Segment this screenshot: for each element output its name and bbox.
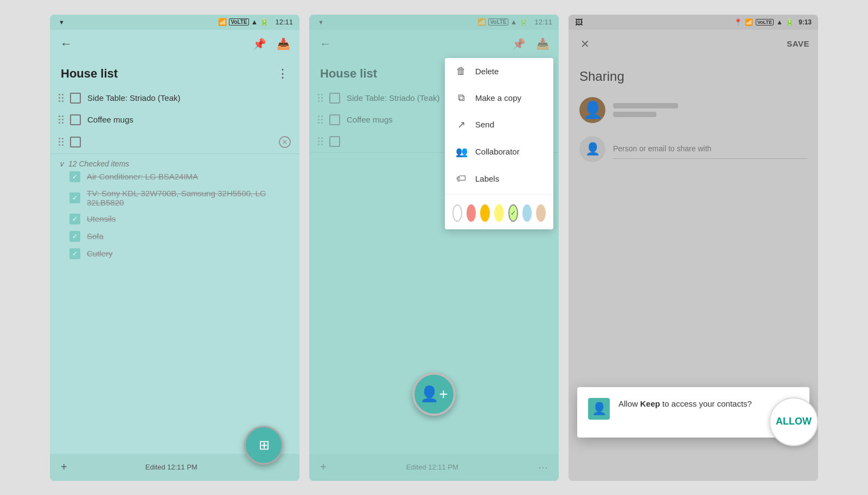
dialog-text: Allow Keep to access your contacts? <box>618 398 799 409</box>
phone-1: ▼ 📶 VoLTE ▲ 🔋 12:11 ← 📌 📥 House li <box>50 15 299 481</box>
add-item-button-1[interactable]: + <box>61 461 67 473</box>
lte-badge: VoLTE <box>229 18 248 25</box>
checked-section: ∨ 12 Checked items ✓ Air Conditioner: LG… <box>50 154 299 268</box>
checkbox-1[interactable] <box>70 93 81 104</box>
item-text-1: Side Table: Striado (Teak) <box>87 93 291 102</box>
checked-text-5: Cutlery <box>87 249 291 258</box>
color-blue[interactable] <box>522 204 532 222</box>
app-name: Keep <box>640 399 660 408</box>
menu-labels[interactable]: 🏷 Labels <box>445 165 553 192</box>
checked-checkbox-1[interactable]: ✓ <box>69 171 80 182</box>
checked-item-2: ✓ TV: Sony KDL-32W700B, Samsung 32H5500,… <box>59 185 291 210</box>
note-title-1: House list <box>61 67 118 81</box>
menu-collaborator-label: Collaborator <box>475 147 520 156</box>
name-placeholder <box>613 103 678 117</box>
menu-send-label: Send <box>475 120 494 129</box>
menu-color-divider <box>445 194 553 195</box>
remove-item-button-3[interactable]: ✕ <box>279 136 291 148</box>
add-person-row: 👤 <box>569 130 818 169</box>
signal-icon-3: ▲ <box>776 18 783 26</box>
drag-handle-3[interactable] <box>59 138 63 146</box>
send-icon: ↗ <box>456 119 467 131</box>
menu-delete[interactable]: 🗑 Delete <box>445 58 553 85</box>
toolbar-3: ✕ SAVE <box>569 30 818 58</box>
sharing-content: Sharing 👤 👤 👤 <box>569 58 818 481</box>
permission-dialog: 👤 Allow Keep to access your contacts? DE… <box>577 387 809 438</box>
battery-icon: 🔋 <box>260 18 269 26</box>
menu-overlay-2: 🗑 Delete ⧉ Make a copy ↗ Send 👥 Collabor… <box>309 15 559 481</box>
toolbar-left-1: ← <box>59 36 74 52</box>
toolbar-right-1: 📌 📥 <box>252 36 291 52</box>
person-add-icon: 👤 <box>585 142 600 156</box>
checked-text-4: Sofa <box>87 232 291 241</box>
location-icon-3: 📍 <box>734 18 742 26</box>
fab-container-1: ⊞ <box>244 426 283 465</box>
checked-item-5: ✓ Cutlery <box>59 245 291 262</box>
checked-count: 12 Checked items <box>68 159 129 168</box>
checked-item-3: ✓ Utensils <box>59 210 291 228</box>
checked-text-1: Air Conditioner: LG BSA24IMA <box>87 172 291 181</box>
checked-checkbox-2[interactable]: ✓ <box>69 192 80 203</box>
wifi-icon: 📶 <box>218 18 227 26</box>
item-text-2: Coffee mugs <box>87 115 291 124</box>
checked-header[interactable]: ∨ 12 Checked items <box>59 159 291 168</box>
image-icon-3: 🖼 <box>575 18 583 27</box>
archive-button-1[interactable]: 📥 <box>276 36 291 52</box>
drag-handle-1[interactable] <box>59 94 63 102</box>
checked-text-2: TV: Sony KDL-32W700B, Samsung 32H5500, L… <box>87 189 291 207</box>
pin-button-1[interactable]: 📌 <box>252 36 267 52</box>
fab-icon-1: ⊞ <box>259 438 269 453</box>
sharing-person-row: 👤 <box>569 91 818 130</box>
close-button-3[interactable]: ✕ <box>577 36 592 52</box>
wifi-icon-3: 📶 <box>745 18 753 26</box>
chevron-down-icon: ∨ <box>59 159 64 168</box>
more-button-1[interactable]: ⋮ <box>277 67 289 81</box>
list-item-1: Side Table: Striado (Teak) <box>50 87 299 109</box>
menu-delete-label: Delete <box>475 67 499 76</box>
color-green[interactable]: ✓ <box>508 204 518 222</box>
phone-3: 🖼 📍 📶 VoLTE ▲ 🔋 9:13 ✕ SAVE Sharing 👤 <box>569 15 818 481</box>
menu-collaborator[interactable]: 👥 Collaborator <box>445 138 553 165</box>
checkbox-3[interactable] <box>70 137 81 147</box>
lte-badge-3: VoLTE <box>756 19 774 25</box>
checked-checkbox-4[interactable]: ✓ <box>69 231 80 242</box>
dropdown-menu-2: 🗑 Delete ⧉ Make a copy ↗ Send 👥 Collabor… <box>445 58 553 229</box>
menu-copy[interactable]: ⧉ Make a copy <box>445 85 553 111</box>
sharing-title: Sharing <box>569 58 818 91</box>
time-display-3: 9:13 <box>799 18 812 26</box>
status-bar-1: ▼ 📶 VoLTE ▲ 🔋 12:11 <box>50 15 299 30</box>
checked-text-3: Utensils <box>87 214 291 223</box>
checked-checkbox-3[interactable]: ✓ <box>69 214 80 224</box>
color-row: ✓ <box>445 197 553 229</box>
trash-icon: 🗑 <box>456 66 467 77</box>
battery-icon-3: 🔋 <box>786 18 794 26</box>
list-item-2: Coffee mugs <box>50 109 299 131</box>
color-brown[interactable] <box>536 204 546 222</box>
share-email-input[interactable] <box>613 139 807 159</box>
menu-send[interactable]: ↗ Send <box>445 111 553 138</box>
back-button-1[interactable]: ← <box>59 36 74 52</box>
note-title-row-1: House list ⋮ <box>50 58 299 87</box>
color-white[interactable] <box>452 204 462 222</box>
save-button-3[interactable]: SAVE <box>787 39 809 48</box>
menu-copy-label: Make a copy <box>475 93 521 102</box>
drag-handle-2[interactable] <box>59 115 63 124</box>
list-item-3: ✕ <box>50 131 299 153</box>
checkbox-2[interactable] <box>70 114 81 125</box>
time-display-1: 12:11 <box>275 18 293 26</box>
label-icon: 🏷 <box>456 173 467 184</box>
status-icons-1: 📶 VoLTE ▲ 🔋 <box>218 18 269 26</box>
add-person-icon: 👤 <box>579 136 605 162</box>
keep-contacts-icon: 👤 <box>588 398 610 420</box>
fab-button-1[interactable]: ⊞ <box>244 426 283 465</box>
close-icon-3: ✕ <box>580 37 590 50</box>
fab2-button[interactable]: 👤+ <box>412 372 456 416</box>
checked-checkbox-5[interactable]: ✓ <box>69 248 80 259</box>
color-orange[interactable] <box>480 204 490 222</box>
color-yellow[interactable] <box>494 204 504 222</box>
color-red[interactable] <box>467 204 476 222</box>
allow-button[interactable]: ALLOW <box>769 397 818 446</box>
contacts-icon: 👤 <box>592 402 607 416</box>
add-person-fab-icon: 👤+ <box>420 385 448 403</box>
collaborator-icon: 👥 <box>456 146 467 158</box>
